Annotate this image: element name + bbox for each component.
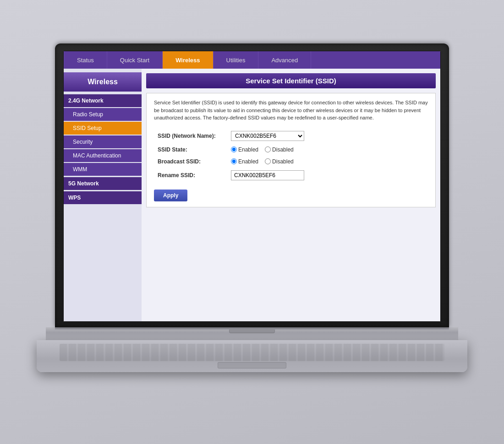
content-area: Wireless 2.4G Network Radio Setup SSID S… (64, 69, 440, 321)
sidebar-title: Wireless (64, 72, 142, 92)
sidebar-group-2g[interactable]: 2.4G Network (64, 94, 142, 107)
broadcast-enabled-label[interactable]: Enabled (231, 158, 258, 165)
sidebar-group-5g[interactable]: 5G Network (64, 177, 142, 190)
ssid-name-label: SSID (Network Name): (154, 128, 227, 144)
rename-ssid-label: Rename SSID: (154, 168, 227, 183)
nav-bar: Status Quick Start Wireless Utilities Ad… (64, 51, 440, 69)
ssid-state-disabled-text: Disabled (272, 146, 294, 153)
screen: Status Quick Start Wireless Utilities Ad… (63, 51, 441, 322)
ssid-state-row: SSID State: Enabled (154, 144, 428, 156)
ssid-state-enabled-label[interactable]: Enabled (231, 146, 258, 153)
tab-status[interactable]: Status (64, 51, 107, 69)
sidebar-item-ssid-setup[interactable]: SSID Setup (64, 122, 142, 135)
sidebar-item-wmm[interactable]: WMM (64, 163, 142, 176)
screen-bezel: Status Quick Start Wireless Utilities Ad… (55, 43, 449, 327)
broadcast-enabled-text: Enabled (238, 158, 258, 165)
broadcast-radio-group: Enabled Disabled (231, 158, 424, 165)
ssid-state-label: SSID State: (154, 144, 227, 156)
ssid-state-disabled-radio[interactable] (265, 146, 271, 152)
broadcast-ssid-label: Broadcast SSID: (154, 156, 227, 168)
tab-utilities[interactable]: Utilities (214, 51, 259, 69)
rename-ssid-input[interactable] (231, 170, 304, 180)
sidebar-item-security[interactable]: Security (64, 135, 142, 148)
main-panel: Service Set Identifier (SSID) Service Se… (142, 69, 440, 321)
broadcast-disabled-label[interactable]: Disabled (265, 158, 294, 165)
description-text: Service Set Identifier (SSID) is used to… (154, 99, 428, 122)
ssid-state-enabled-text: Enabled (238, 146, 258, 153)
broadcast-disabled-text: Disabled (272, 158, 294, 165)
trackpad (218, 362, 286, 368)
broadcast-ssid-row: Broadcast SSID: Enabled (154, 156, 428, 168)
tab-advanced[interactable]: Advanced (258, 51, 311, 69)
broadcast-enabled-radio[interactable] (231, 158, 237, 164)
sidebar-item-mac-auth[interactable]: MAC Authentication (64, 149, 142, 162)
ssid-name-row: SSID (Network Name): CXNK002B5EF6 (154, 128, 428, 144)
laptop-keyboard-body (37, 340, 467, 372)
apply-button[interactable]: Apply (154, 190, 187, 201)
panel-title: Service Set Identifier (SSID) (146, 73, 436, 88)
rename-ssid-row: Rename SSID: (154, 168, 428, 183)
laptop-container: Status Quick Start Wireless Utilities Ad… (53, 43, 451, 401)
form-table: SSID (Network Name): CXNK002B5EF6 SSID S… (154, 128, 428, 183)
keyboard-keys (60, 344, 444, 361)
panel-body: Service Set Identifier (SSID) is used to… (146, 93, 436, 207)
ssid-name-select[interactable]: CXNK002B5EF6 (231, 131, 304, 141)
sidebar-item-wps[interactable]: WPS (64, 191, 142, 204)
ssid-state-enabled-radio[interactable] (231, 146, 237, 152)
trackpad-notch (229, 330, 275, 333)
sidebar: Wireless 2.4G Network Radio Setup SSID S… (64, 69, 142, 321)
sidebar-item-radio-setup[interactable]: Radio Setup (64, 108, 142, 121)
tab-quick-start[interactable]: Quick Start (107, 51, 163, 69)
ssid-state-disabled-label[interactable]: Disabled (265, 146, 294, 153)
ssid-state-radio-group: Enabled Disabled (231, 146, 424, 153)
broadcast-disabled-radio[interactable] (265, 158, 271, 164)
tab-wireless[interactable]: Wireless (163, 51, 213, 69)
laptop-hinge (46, 327, 458, 340)
